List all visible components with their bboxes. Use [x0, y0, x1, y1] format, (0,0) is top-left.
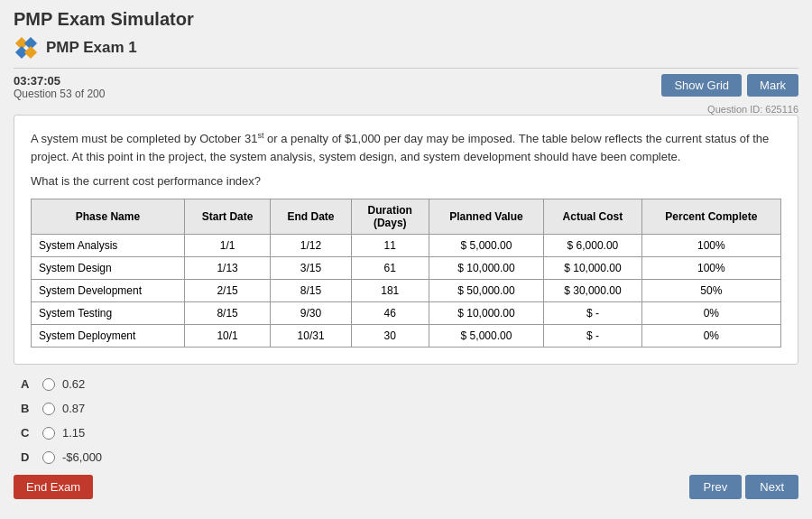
table-row: System Analysis1/11/1211$ 5,000.00$ 6,00… — [32, 235, 781, 257]
end-exam-button[interactable]: End Exam — [14, 475, 93, 499]
answer-label-d: D — [21, 450, 35, 464]
answer-text-c: 1.15 — [62, 426, 85, 440]
table-cell: 10/1 — [184, 325, 271, 348]
answer-option-c: C 1.15 — [21, 426, 791, 440]
table-cell: System Analysis — [32, 235, 185, 257]
table-cell: 181 — [351, 280, 429, 302]
answer-text-d: -$6,000 — [62, 450, 102, 464]
answer-label-c: C — [21, 426, 35, 440]
top-bar: 03:37:05 Question 53 of 200 Show Grid Ma… — [14, 74, 798, 100]
answer-radio-d[interactable] — [42, 451, 55, 464]
answer-radio-a[interactable] — [42, 378, 55, 391]
project-table: Phase Name Start Date End Date Duration(… — [31, 199, 781, 348]
table-row: System Testing8/159/3046$ 10,000.00$ -0% — [32, 302, 781, 325]
table-cell: 2/15 — [184, 280, 271, 302]
answer-text-b: 0.87 — [62, 402, 85, 415]
nav-buttons: Prev Next — [689, 475, 798, 499]
table-cell: $ - — [544, 325, 641, 348]
next-button[interactable]: Next — [745, 475, 798, 499]
table-cell: 1/1 — [184, 235, 271, 257]
table-cell: 8/15 — [271, 280, 351, 302]
diamond-icon — [14, 35, 39, 60]
table-cell: 0% — [641, 325, 780, 348]
show-grid-button[interactable]: Show Grid — [661, 74, 742, 97]
table-cell: System Design — [32, 257, 185, 280]
table-cell: 3/15 — [271, 257, 351, 280]
table-cell: $ 10,000.00 — [544, 257, 641, 280]
table-cell: $ 6,000.00 — [544, 235, 641, 257]
table-row: System Deployment10/110/3130$ 5,000.00$ … — [32, 325, 781, 348]
svg-rect-3 — [24, 46, 37, 59]
bottom-bar: End Exam Prev Next — [14, 475, 798, 499]
col-phase: Phase Name — [32, 199, 185, 235]
table-cell: 50% — [641, 280, 780, 302]
table-cell: $ - — [544, 302, 641, 325]
mark-button[interactable]: Mark — [747, 74, 798, 97]
answer-radio-c[interactable] — [42, 427, 55, 440]
question-body: A system must be completed by October 31… — [31, 130, 781, 165]
table-cell: $ 5,000.00 — [429, 325, 543, 348]
answer-label-b: B — [21, 402, 35, 415]
table-cell: 10/31 — [271, 325, 351, 348]
table-cell: 61 — [351, 257, 429, 280]
answer-text-a: 0.62 — [62, 377, 85, 391]
table-cell: $ 5,000.00 — [429, 235, 543, 257]
table-cell: 100% — [641, 235, 780, 257]
timer: 03:37:05 — [14, 74, 105, 88]
table-cell: 30 — [351, 325, 429, 348]
col-end: End Date — [271, 199, 351, 235]
table-cell: $ 10,000.00 — [429, 302, 543, 325]
table-cell: $ 10,000.00 — [429, 257, 543, 280]
table-cell: 46 — [351, 302, 429, 325]
exam-header: PMP Exam 1 — [14, 35, 798, 60]
answer-option-d: D -$6,000 — [21, 450, 791, 464]
content-box: A system must be completed by October 31… — [14, 115, 798, 365]
header-divider — [14, 68, 798, 69]
app-container: PMP Exam Simulator PMP Exam 1 03:37:05 Q… — [0, 0, 812, 508]
question-prompt: What is the current cost performance ind… — [31, 174, 781, 188]
col-actual: Actual Cost — [544, 199, 641, 235]
answers-section: A 0.62 B 0.87 C 1.15 D -$6,000 — [14, 377, 798, 464]
prev-button[interactable]: Prev — [689, 475, 743, 499]
table-cell: System Development — [32, 280, 185, 302]
question-id: Question ID: 625116 — [14, 104, 798, 115]
col-planned: Planned Value — [429, 199, 543, 235]
table-cell: 1/13 — [184, 257, 271, 280]
table-cell: System Deployment — [32, 325, 185, 348]
col-duration: Duration(Days) — [351, 199, 429, 235]
table-cell: 11 — [351, 235, 429, 257]
exam-title: PMP Exam 1 — [46, 39, 137, 57]
table-row: System Development2/158/15181$ 50,000.00… — [32, 280, 781, 302]
col-start: Start Date — [184, 199, 271, 235]
answer-option-b: B 0.87 — [21, 402, 791, 415]
question-count: Question 53 of 200 — [14, 88, 105, 100]
table-cell: 9/30 — [271, 302, 351, 325]
answer-radio-b[interactable] — [42, 403, 55, 415]
table-cell: $ 50,000.00 — [429, 280, 543, 302]
table-cell: 1/12 — [271, 235, 351, 257]
col-percent: Percent Complete — [641, 199, 780, 235]
table-cell: System Testing — [32, 302, 185, 325]
top-buttons: Show Grid Mark — [661, 74, 798, 97]
timer-section: 03:37:05 Question 53 of 200 — [14, 74, 105, 100]
table-cell: 0% — [641, 302, 780, 325]
answer-option-a: A 0.62 — [21, 377, 791, 391]
table-cell: 8/15 — [184, 302, 271, 325]
table-cell: 100% — [641, 257, 780, 280]
app-title: PMP Exam Simulator — [14, 9, 798, 30]
table-row: System Design1/133/1561$ 10,000.00$ 10,0… — [32, 257, 781, 280]
table-cell: $ 30,000.00 — [544, 280, 641, 302]
answer-label-a: A — [21, 377, 35, 391]
